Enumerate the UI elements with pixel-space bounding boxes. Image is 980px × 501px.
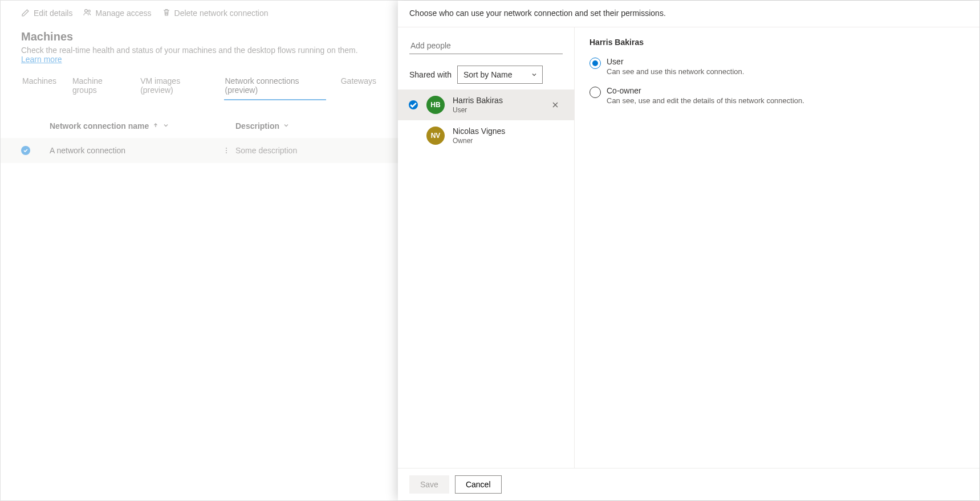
trash-icon <box>162 8 171 19</box>
avatar: NV <box>426 127 445 145</box>
permission-label: User <box>607 57 744 66</box>
edit-details-label: Edit details <box>34 9 72 18</box>
edit-details-action[interactable]: Edit details <box>21 8 72 19</box>
remove-person-icon[interactable] <box>547 101 564 108</box>
panel-header: Choose who can use your network connecti… <box>398 1 979 27</box>
person-item-nicolas[interactable]: NV Nicolas Vignes Owner <box>398 120 574 151</box>
sort-dropdown[interactable]: Sort by Name <box>457 66 543 84</box>
permissions-title: Harris Bakiras <box>589 38 965 47</box>
svg-point-1 <box>88 10 91 12</box>
svg-point-0 <box>85 9 88 12</box>
save-button: Save <box>409 475 449 494</box>
permission-user[interactable]: User Can see and use this network connec… <box>589 57 965 76</box>
row-selected-icon[interactable] <box>21 146 30 155</box>
row-name: A network connection <box>44 146 221 155</box>
tab-network-connections[interactable]: Network connections (preview) <box>224 72 326 100</box>
permission-description: Can see, use and edit the details of thi… <box>607 96 804 105</box>
table-row[interactable]: A network connection Some description <box>1 138 398 163</box>
row-more-icon[interactable] <box>221 146 232 154</box>
permission-label: Co-owner <box>607 86 804 95</box>
learn-more-link[interactable]: Learn more <box>21 55 62 64</box>
svg-point-3 <box>226 150 227 151</box>
tabs: Machines Machine groups VM images (previ… <box>21 72 377 100</box>
radio-icon <box>589 58 601 69</box>
person-name: Harris Bakiras <box>453 95 539 105</box>
sort-value: Sort by Name <box>463 70 513 79</box>
svg-point-4 <box>226 152 227 153</box>
tab-vm-images[interactable]: VM images (preview) <box>139 72 210 100</box>
delete-action[interactable]: Delete network connection <box>162 8 269 19</box>
manage-access-label: Manage access <box>95 9 151 18</box>
column-header-name[interactable]: Network connection name <box>44 121 221 131</box>
page-description: Check the real-time health and status of… <box>21 46 377 64</box>
add-people-input[interactable] <box>409 38 563 54</box>
sort-up-icon <box>152 121 159 131</box>
tab-machines[interactable]: Machines <box>21 72 58 100</box>
tab-machine-groups[interactable]: Machine groups <box>71 72 125 100</box>
selected-check-icon <box>409 100 418 109</box>
permission-description: Can see and use this network connection. <box>607 67 744 76</box>
row-description: Some description <box>232 146 377 155</box>
cancel-button[interactable]: Cancel <box>455 475 502 494</box>
manage-access-action[interactable]: Manage access <box>83 8 151 19</box>
person-role: Owner <box>453 136 564 145</box>
table-header: Network connection name Description <box>1 114 398 138</box>
person-name: Nicolas Vignes <box>453 126 564 136</box>
chevron-down-icon <box>162 121 169 131</box>
command-bar: Edit details Manage access Delete networ… <box>1 1 398 26</box>
page-title: Machines <box>21 30 377 43</box>
delete-label: Delete network connection <box>174 9 269 18</box>
avatar: HB <box>426 96 445 114</box>
permission-coowner[interactable]: Co-owner Can see, use and edit the detai… <box>589 86 965 105</box>
chevron-down-icon <box>531 71 538 80</box>
person-role: User <box>453 105 539 115</box>
shared-with-label: Shared with <box>409 70 452 79</box>
radio-icon <box>589 87 601 98</box>
column-header-description[interactable]: Description <box>235 121 377 131</box>
edit-pencil-icon <box>21 8 30 19</box>
svg-point-2 <box>226 148 227 149</box>
chevron-down-icon <box>283 121 290 131</box>
person-item-harris[interactable]: HB Harris Bakiras User <box>398 89 574 120</box>
tab-gateways[interactable]: Gateways <box>340 72 377 100</box>
people-icon <box>83 8 92 19</box>
manage-access-panel: Choose who can use your network connecti… <box>398 1 979 500</box>
